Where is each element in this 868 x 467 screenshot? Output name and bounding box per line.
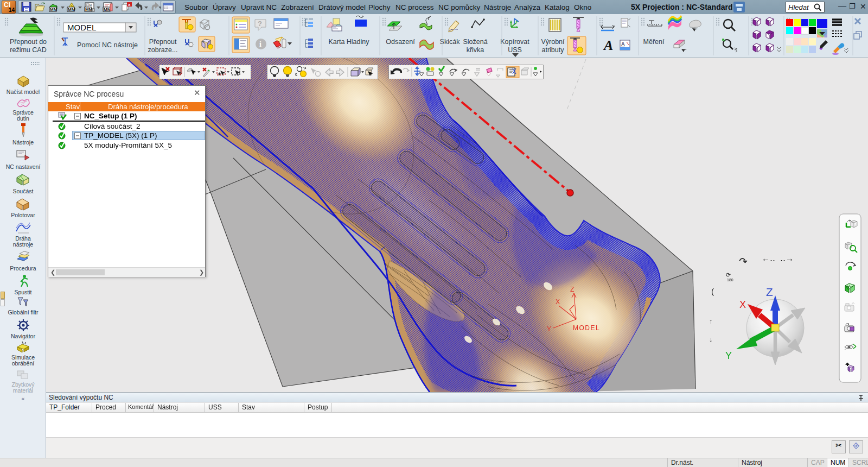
svg-text:A: A: [603, 37, 613, 53]
svg-text:Y: Y: [725, 350, 732, 361]
svg-text:MM: MM: [50, 7, 58, 12]
svg-text:A: A: [621, 41, 625, 47]
svg-text:←‥: ←‥: [762, 254, 775, 263]
svg-text:↷: ↷: [739, 256, 748, 267]
svg-text:Z: Z: [570, 286, 574, 293]
svg-text:180: 180: [727, 278, 733, 282]
svg-text:MM: MM: [68, 7, 75, 12]
svg-text:MODEL: MODEL: [67, 23, 96, 32]
svg-text:‥→: ‥→: [780, 254, 794, 263]
svg-text:X: X: [739, 299, 746, 310]
svg-text:i: i: [259, 40, 261, 48]
svg-text:Y: Y: [547, 325, 551, 333]
svg-text:x: x: [128, 2, 131, 7]
svg-text:D: D: [90, 3, 92, 7]
svg-text:X: X: [556, 298, 560, 306]
svg-text:?: ?: [258, 20, 262, 28]
svg-text:(: (: [711, 287, 714, 296]
svg-text:⟳: ⟳: [726, 272, 731, 278]
svg-text:MODEL: MODEL: [573, 324, 600, 332]
svg-text:MM: MM: [85, 7, 93, 12]
svg-text:Z: Z: [766, 286, 773, 298]
svg-text:↓: ↓: [709, 335, 713, 343]
svg-text:↑: ↑: [709, 317, 713, 325]
